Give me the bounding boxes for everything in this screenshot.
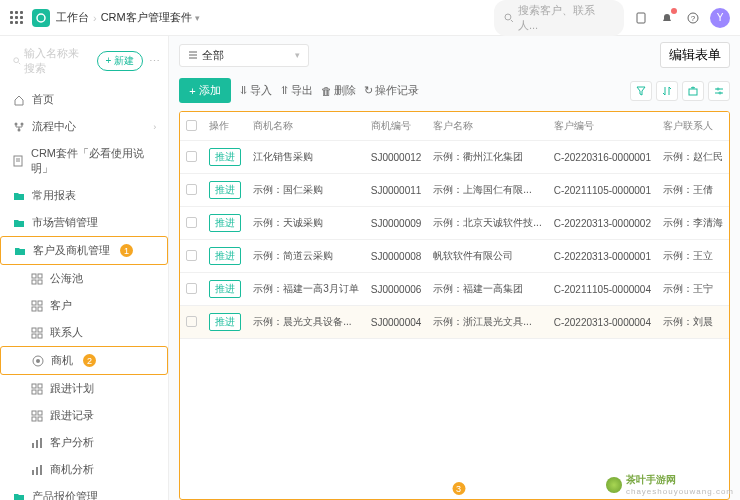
edit-form-button[interactable]: 编辑表单 [660,42,730,68]
push-button[interactable]: 推进 [209,214,241,232]
row-checkbox[interactable] [186,250,197,261]
share-icon[interactable] [682,81,704,101]
svg-line-7 [19,63,21,65]
import-button[interactable]: ⥥ 导入 [239,83,272,98]
view-selector[interactable]: 全部 ▾ [179,44,309,67]
chevron-right-icon: › [153,122,156,132]
folder-icon [12,490,26,501]
row-checkbox[interactable] [186,283,197,294]
sidebar-item-label: 跟进计划 [50,381,94,396]
cell-contact: 示例：王立 [657,240,729,273]
cell-cust: 示例：福建一高集团 [427,273,547,306]
folder-icon [12,189,26,203]
svg-point-48 [717,88,719,90]
sidebar-item-0[interactable]: 首页 [0,86,168,113]
svg-rect-25 [38,334,42,338]
row-checkbox[interactable] [186,316,197,327]
cell-code: SJ0000006 [365,273,428,306]
sidebar-item-label: 客户分析 [50,435,94,450]
svg-rect-36 [32,443,34,448]
sidebar-item-7[interactable]: 客户 [0,292,168,319]
svg-point-1 [505,14,511,20]
sidebar-item-8[interactable]: 联系人 [0,319,168,346]
svg-rect-21 [38,307,42,311]
more-icon[interactable]: ⋯ [149,55,160,68]
push-button[interactable]: 推进 [209,181,241,199]
svg-rect-39 [32,470,34,475]
svg-rect-17 [38,280,42,284]
search-icon [504,13,514,23]
sidebar-item-14[interactable]: 产品报价管理 [0,483,168,500]
sidebar-item-11[interactable]: 跟进记录 [0,402,168,429]
table-row[interactable]: 推进示例：福建一高3月订单SJ0000006示例：福建一高集团C-2021110… [180,273,729,306]
table-row[interactable]: 推进示例：国仁采购SJ0000011示例：上海国仁有限...C-20211105… [180,174,729,207]
row-checkbox[interactable] [186,151,197,162]
sidebar-item-label: CRM套件「必看使用说明」 [31,146,156,176]
callout-badge-3: 3 [452,482,465,495]
sort-icon[interactable] [656,81,678,101]
checkbox-all[interactable] [186,120,197,131]
cell-name: 示例：国仁采购 [247,174,365,207]
table-row[interactable]: 推进示例：天诚采购SJ0000009示例：北京天诚软件技...C-2022031… [180,207,729,240]
view-label: 全部 [202,48,224,63]
add-button[interactable]: +添加 [179,78,230,103]
sidebar-item-5[interactable]: 客户及商机管理1 [0,236,168,265]
push-button[interactable]: 推进 [209,313,241,331]
sidebar-item-4[interactable]: 市场营销管理 [0,209,168,236]
row-checkbox[interactable] [186,184,197,195]
settings-icon[interactable] [708,81,730,101]
breadcrumb-workspace[interactable]: 工作台 [56,10,89,25]
table-row[interactable]: 推进江化销售采购SJ0000012示例：衢州江化集团C-20220316-000… [180,141,729,174]
doc-icon [12,154,25,168]
svg-point-49 [719,92,721,94]
list-icon [188,50,198,60]
cell-contact: 示例：赵仁民 [657,141,729,174]
help-icon[interactable]: ? [684,9,702,27]
global-search[interactable]: 搜索客户、联系人... [494,0,624,36]
sidebar-item-2[interactable]: CRM套件「必看使用说明」 [0,140,168,182]
table-row[interactable]: 推进示例：晨光文具设备...SJ0000004示例：浙江晨光文具...C-202… [180,306,729,339]
table-row[interactable]: 推进示例：简道云采购SJ0000008帆软软件有限公司C-20220313-00… [180,240,729,273]
sidebar-item-label: 首页 [32,92,54,107]
sidebar-item-9[interactable]: 商机2 [0,346,168,375]
svg-rect-15 [38,274,42,278]
svg-point-6 [14,58,19,63]
sidebar-item-12[interactable]: 客户分析 [0,429,168,456]
notebook-icon[interactable] [632,9,650,27]
user-avatar[interactable]: Y [710,8,730,28]
new-button[interactable]: + 新建 [97,51,144,71]
folder-icon [12,216,26,230]
sidebar-item-label: 联系人 [50,325,83,340]
sidebar-item-13[interactable]: 商机分析 [0,456,168,483]
bell-icon[interactable] [658,9,676,27]
push-button[interactable]: 推进 [209,280,241,298]
log-button[interactable]: ↻ 操作记录 [364,83,419,98]
cell-cust: 示例：衢州江化集团 [427,141,547,174]
apps-grid-icon[interactable] [10,11,24,25]
push-button[interactable]: 推进 [209,148,241,166]
svg-rect-22 [32,328,36,332]
sidebar-item-label: 客户及商机管理 [33,243,110,258]
row-checkbox[interactable] [186,217,197,228]
export-button[interactable]: ⥣ 导出 [280,83,313,98]
sidebar-search[interactable]: 输入名称来搜索 [8,42,91,80]
svg-rect-14 [32,274,36,278]
sidebar-item-1[interactable]: 流程中心› [0,113,168,140]
push-button[interactable]: 推进 [209,247,241,265]
breadcrumb-app[interactable]: CRM客户管理套件 [101,10,200,25]
sidebar-item-6[interactable]: 公海池 [0,265,168,292]
svg-rect-35 [38,417,42,421]
delete-button[interactable]: 🗑 删除 [321,83,356,98]
cell-ccode: C-20220313-0000001 [548,240,657,273]
svg-rect-34 [32,417,36,421]
svg-point-0 [37,14,45,22]
filter-icon[interactable] [630,81,652,101]
cell-code: SJ0000011 [365,174,428,207]
cell-ccode: C-20220313-0000004 [548,306,657,339]
cell-cust: 示例：上海国仁有限... [427,174,547,207]
sidebar-item-3[interactable]: 常用报表 [0,182,168,209]
cell-ccode: C-20211105-0000001 [548,174,657,207]
sidebar-item-label: 跟进记录 [50,408,94,423]
sidebar-item-10[interactable]: 跟进计划 [0,375,168,402]
cell-cust: 帆软软件有限公司 [427,240,547,273]
